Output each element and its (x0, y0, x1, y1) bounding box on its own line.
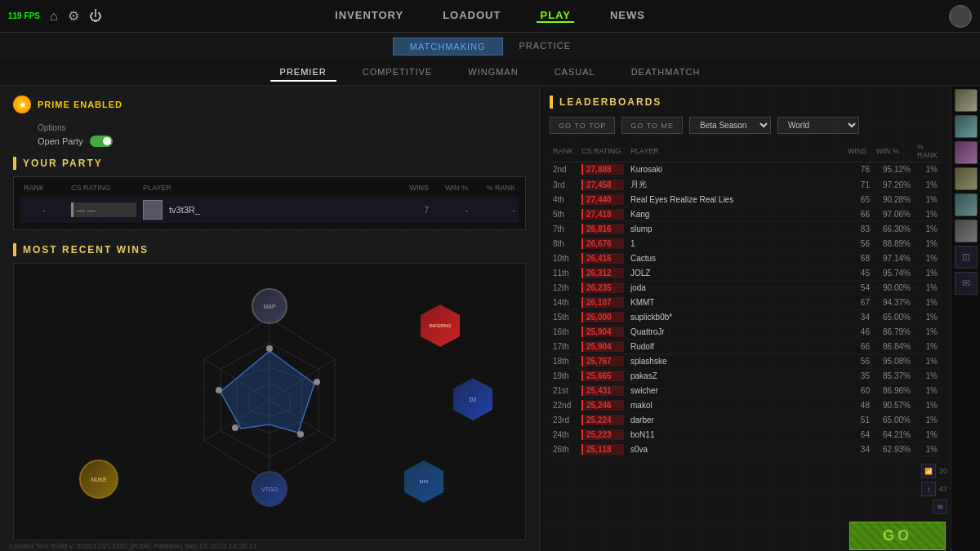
tab-practice[interactable]: PRACTICE (503, 38, 588, 56)
ping-icon: 📶 (921, 464, 936, 478)
mode-tabs: PREMIER COMPETITIVE WINGMAN CASUAL DEATH… (0, 60, 980, 86)
tab-matchmaking[interactable]: MATCHMAKING (393, 38, 503, 56)
map-icon-vertigo: VTGO (252, 471, 287, 507)
player-rating: — — (71, 202, 136, 217)
ping-icon-row: 📶 20 (921, 464, 947, 478)
svg-point-11 (232, 424, 238, 431)
tab-wingman[interactable]: WINGMAN (458, 64, 528, 82)
player-rankpct: - (474, 206, 515, 215)
party-player-row: - — — tv3t3R_ 7 - - (20, 197, 519, 223)
ping-value: 20 (939, 467, 947, 475)
svg-point-12 (216, 387, 222, 393)
col-player: Player (143, 184, 390, 192)
col-rating: CS Rating (71, 184, 136, 192)
top-nav: INVENTORY LOADOUT PLAY NEWS (332, 9, 648, 23)
party-container: Rank CS Rating Player Wins Win % % Rank … (13, 176, 526, 230)
svg-point-10 (297, 431, 304, 438)
svg-marker-7 (220, 351, 314, 433)
mail-icon[interactable]: ✉ (933, 500, 947, 514)
player-avatar (143, 200, 163, 220)
top-bar-right (949, 5, 972, 28)
section-bar (13, 157, 16, 170)
loss-value: 47 (939, 485, 947, 493)
prime-label: PRIME ENABLED (38, 100, 122, 109)
recent-wins-header: MOST RECENT WINS (13, 243, 526, 256)
section-bar-2 (13, 243, 16, 256)
your-party-section: YOUR PARTY Rank CS Rating Player Wins Wi… (13, 157, 526, 230)
col-winpct: Win % (435, 184, 468, 192)
loss-icon: ↕ (921, 482, 936, 496)
nav-inventory[interactable]: INVENTORY (332, 9, 407, 23)
network-icons: 📶 20 ↕ 47 ✉ (921, 464, 947, 514)
map-badge-inferno: INFERNO (421, 304, 460, 347)
home-icon[interactable]: ⌂ (50, 9, 58, 24)
nav-loadout[interactable]: LOADOUT (439, 9, 504, 23)
map-icon-inferno: INFERNO (421, 304, 460, 347)
prime-icon: ★ (13, 96, 31, 113)
col-rankpct: % Rank (474, 184, 515, 192)
recent-wins-container: MAP INFERNO D2 (13, 263, 526, 540)
go-button-container: GO (844, 517, 951, 551)
map-icon-bottom-right: MIR (404, 460, 443, 503)
build-info-container: Limited Test Build v. 2000115/13350 [Pub… (10, 537, 257, 551)
open-party-row: Open Party (38, 136, 526, 147)
svg-point-9 (314, 379, 320, 385)
most-recent-wins-section: MOST RECENT WINS (13, 243, 526, 540)
main-content: ★ PRIME ENABLED Options Open Party YOUR … (0, 86, 980, 551)
player-winpct: - (435, 206, 468, 215)
tab-deathmatch[interactable]: DEATHMATCH (621, 64, 710, 82)
nav-news[interactable]: NEWS (607, 9, 648, 23)
go-button[interactable]: GO (849, 522, 946, 550)
prime-bar: ★ PRIME ENABLED (13, 96, 526, 113)
map-icon-right: D2 (453, 378, 492, 420)
map-badge-bottom-left: NUKE (79, 460, 118, 499)
mail-icon-row[interactable]: ✉ (933, 500, 947, 514)
map-badge-right: D2 (453, 378, 492, 420)
svg-point-8 (266, 345, 273, 352)
map-badge-top: MAP (252, 288, 287, 324)
user-avatar[interactable] (949, 5, 972, 28)
loss-icon-row: ↕ 47 (921, 482, 947, 496)
map-badge-bottom-right: MIR (404, 460, 443, 503)
party-column-headers: Rank CS Rating Player Wins Win % % Rank (20, 184, 519, 192)
map-badge-vertigo: VTGO (252, 471, 287, 507)
power-icon[interactable]: ⏻ (89, 9, 102, 24)
build-info: Limited Test Build v. 2000115/13350 [Pub… (10, 542, 257, 550)
your-party-title: YOUR PARTY (23, 158, 103, 169)
tab-premier[interactable]: PREMIER (270, 64, 336, 82)
options-row: Options (38, 123, 526, 132)
player-wins: 7 (396, 206, 429, 215)
player-name: tv3t3R_ (169, 205, 390, 215)
top-bar-left: 119 FPS ⌂ ⚙ ⏻ (8, 8, 102, 24)
col-rank: Rank (24, 184, 65, 192)
nav-play[interactable]: PLAY (537, 9, 573, 23)
tab-casual[interactable]: CASUAL (545, 64, 605, 82)
map-icon-top: MAP (252, 288, 287, 324)
top-bar: 119 FPS ⌂ ⚙ ⏻ INVENTORY LOADOUT PLAY NEW… (0, 0, 980, 33)
map-icon-bottom-left: NUKE (79, 460, 118, 499)
col-wins: Wins (396, 184, 429, 192)
player-rank: - (24, 206, 65, 215)
sub-tabs: MATCHMAKING PRACTICE (0, 33, 980, 60)
your-party-header: YOUR PARTY (13, 157, 526, 170)
open-party-label: Open Party (38, 136, 83, 146)
options-label: Options (38, 123, 65, 132)
open-party-toggle[interactable] (90, 136, 113, 147)
settings-icon[interactable]: ⚙ (68, 8, 79, 24)
left-panel: ★ PRIME ENABLED Options Open Party YOUR … (0, 86, 539, 551)
fps-counter: 119 FPS (8, 11, 40, 20)
recent-wins-title: MOST RECENT WINS (23, 244, 149, 256)
tab-competitive[interactable]: COMPETITIVE (353, 64, 443, 82)
